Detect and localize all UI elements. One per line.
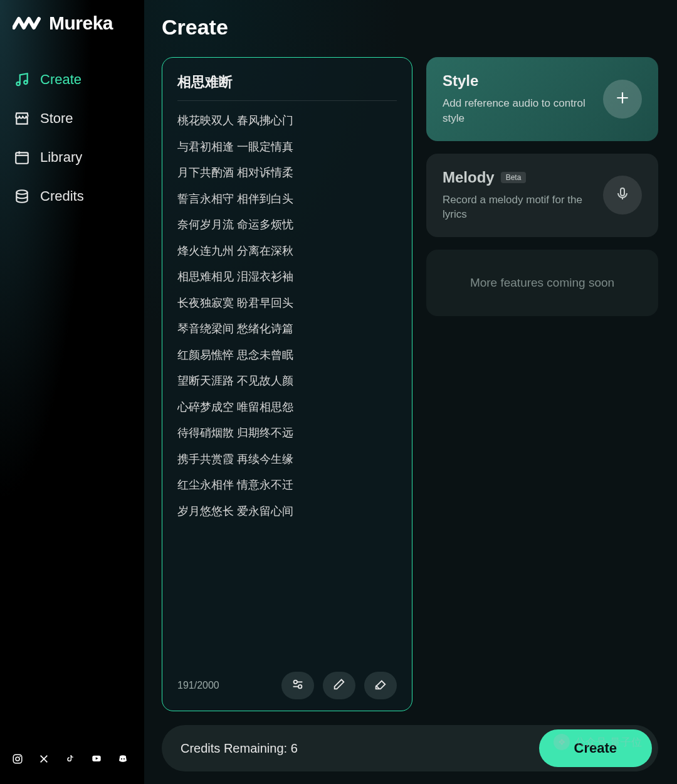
- app-name: Mureka: [49, 13, 113, 34]
- svg-rect-2: [16, 152, 28, 163]
- workspace: 相思难断 桃花映双人 春风拂心门与君初相逢 一眼定情真月下共酌酒 相对诉情柔誓言…: [162, 57, 658, 711]
- svg-point-6: [19, 756, 21, 757]
- nav-label: Create: [40, 72, 81, 88]
- page-title: Create: [162, 15, 658, 40]
- sidebar-nav: Create Store Library Cr: [0, 59, 144, 217]
- add-style-button[interactable]: [603, 80, 642, 119]
- library-icon: [14, 149, 30, 166]
- editor-settings-button[interactable]: [281, 672, 314, 699]
- svg-point-5: [16, 757, 19, 761]
- create-button[interactable]: Create: [539, 729, 652, 767]
- svg-point-11: [298, 685, 302, 689]
- record-melody-button[interactable]: [603, 176, 642, 215]
- lyrics-line: 长夜独寂寞 盼君早回头: [177, 294, 397, 314]
- lyrics-line: 烽火连九州 分离在深秋: [177, 241, 397, 262]
- options-column: Style Add reference audio to control sty…: [426, 57, 658, 711]
- editor-edit-button[interactable]: [323, 672, 355, 699]
- svg-rect-12: [621, 188, 624, 196]
- lyrics-line: 待得硝烟散 归期终不远: [177, 423, 397, 443]
- nav-label: Library: [40, 149, 82, 166]
- lyrics-line: 红尘永相伴 情意永不迁: [177, 475, 397, 495]
- lyrics-title[interactable]: 相思难断: [177, 73, 397, 101]
- youtube-icon[interactable]: [90, 753, 103, 765]
- main-content: Create 相思难断 桃花映双人 春风拂心门与君初相逢 一眼定情真月下共酌酒 …: [144, 0, 677, 784]
- nav-credits[interactable]: Credits: [14, 188, 130, 204]
- tiktok-icon[interactable]: [64, 753, 76, 765]
- svg-point-0: [16, 82, 19, 85]
- instagram-icon[interactable]: [11, 753, 24, 765]
- social-links: [0, 753, 144, 771]
- logo-mark-icon: [13, 14, 43, 33]
- credits-icon: [14, 188, 30, 204]
- lyrics-line: 相思难相见 泪湿衣衫袖: [177, 267, 397, 287]
- nav-label: Store: [40, 110, 73, 127]
- sliders-icon: [291, 677, 305, 694]
- editor-erase-button[interactable]: [364, 672, 397, 699]
- store-icon: [14, 110, 30, 127]
- melody-card[interactable]: Melody Beta Record a melody motif for th…: [426, 154, 658, 238]
- lyrics-line: 月下共酌酒 相对诉情柔: [177, 163, 397, 183]
- style-title: Style: [443, 72, 593, 90]
- lyrics-line: 誓言永相守 相伴到白头: [177, 189, 397, 209]
- discord-icon[interactable]: [117, 753, 129, 765]
- nav-library[interactable]: Library: [14, 149, 130, 166]
- svg-point-8: [121, 758, 122, 760]
- lyrics-body[interactable]: 桃花映双人 春风拂心门与君初相逢 一眼定情真月下共酌酒 相对诉情柔誓言永相守 相…: [177, 111, 397, 665]
- bottom-bar: Credits Remaining: 6 Create: [162, 725, 658, 771]
- style-card[interactable]: Style Add reference audio to control sty…: [426, 57, 658, 141]
- sidebar: Mureka Create Store L: [0, 0, 144, 784]
- coming-soon-text: More features coming soon: [470, 276, 614, 290]
- svg-point-1: [24, 81, 27, 84]
- credits-remaining: Credits Remaining: 6: [181, 741, 298, 756]
- microphone-icon: [615, 186, 630, 204]
- lyrics-line: 心碎梦成空 唯留相思怨: [177, 398, 397, 418]
- melody-desc: Record a melody motif for the lyrics: [443, 193, 593, 223]
- svg-point-3: [16, 190, 27, 194]
- lyrics-line: 琴音绕梁间 愁绪化诗篇: [177, 319, 397, 339]
- lyrics-line: 岁月悠悠长 爱永留心间: [177, 502, 397, 522]
- nav-store[interactable]: Store: [14, 110, 130, 127]
- style-desc: Add reference audio to control style: [443, 96, 593, 126]
- pencil-icon: [332, 677, 346, 694]
- music-note-icon: [14, 72, 30, 88]
- lyrics-editor[interactable]: 相思难断 桃花映双人 春风拂心门与君初相逢 一眼定情真月下共酌酒 相对诉情柔誓言…: [162, 57, 412, 711]
- lyrics-line: 与君初相逢 一眼定情真: [177, 137, 397, 157]
- nav-label: Credits: [40, 188, 84, 204]
- char-count: 191/2000: [177, 680, 219, 691]
- svg-point-9: [123, 758, 125, 760]
- lyrics-line: 奈何岁月流 命运多烦忧: [177, 215, 397, 235]
- x-twitter-icon[interactable]: [38, 753, 50, 765]
- lyrics-line: 携手共赏霞 再续今生缘: [177, 450, 397, 470]
- svg-point-10: [294, 681, 298, 684]
- nav-create[interactable]: Create: [14, 72, 130, 88]
- coming-soon-card: More features coming soon: [426, 250, 658, 316]
- lyrics-line: 望断天涯路 不见故人颜: [177, 371, 397, 391]
- app-logo[interactable]: Mureka: [0, 13, 144, 59]
- eraser-icon: [374, 677, 387, 694]
- melody-title: Melody: [443, 169, 495, 186]
- lyrics-line: 桃花映双人 春风拂心门: [177, 111, 397, 131]
- lyrics-line: 红颜易憔悴 思念未曾眠: [177, 346, 397, 366]
- plus-icon: [614, 90, 631, 109]
- beta-badge: Beta: [501, 172, 527, 183]
